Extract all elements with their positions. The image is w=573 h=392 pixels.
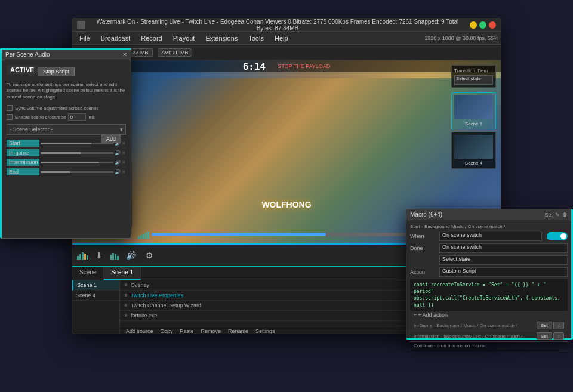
psa-crossfade-checkbox[interactable]: [7, 114, 13, 120]
macro-set-btn-1[interactable]: Set: [537, 332, 552, 340]
psa-sync-row: Sync volume adjustment across scenes: [7, 105, 126, 111]
menu-file[interactable]: File: [75, 33, 95, 43]
b-bar-3: [115, 254, 116, 260]
source-name-2: Twitch Channel Setup Wizard: [131, 303, 201, 308]
code-line-1: const recreateToService = "Set" + "{{ }}…: [414, 282, 564, 295]
psa-scene-slider-3[interactable]: [41, 171, 113, 173]
speaker-icon[interactable]: 🔊: [124, 249, 138, 261]
scene-card-1[interactable]: Scene 1: [451, 92, 496, 129]
psa-scene-name-0: Start: [7, 140, 39, 147]
mute-icon-1[interactable]: ✕: [122, 150, 126, 156]
scene-label-2: Scene 4: [454, 160, 493, 166]
macro-action-field[interactable]: Custom Script: [439, 267, 568, 277]
macro-btn-set-1: Set ↕: [537, 332, 564, 340]
macro-toggle[interactable]: [547, 232, 568, 240]
macro-window: Macro (6+4) Set ✎ 🗑 Start - Background M…: [406, 209, 573, 340]
mute-icon-0[interactable]: ✕: [122, 141, 126, 146]
macro-toggle-btn-0[interactable]: ↕: [553, 322, 564, 329]
menu-broadcast[interactable]: Broadcast: [96, 33, 135, 43]
menu-help[interactable]: Help: [270, 33, 293, 43]
eye-icon-2: 👁: [124, 303, 128, 308]
psa-scene-slider-1[interactable]: [41, 152, 113, 154]
bottom-item-label-0: In-Game - Background Music / On scene ma…: [414, 323, 517, 328]
transition-select[interactable]: Select state: [454, 75, 493, 85]
menu-playout[interactable]: Playout: [168, 33, 200, 43]
psa-scenes-list: Start 🔊 ✕ In-game 🔊 ✕ Intermission: [7, 140, 126, 175]
macro-add-action-button[interactable]: + + Add action: [410, 311, 568, 319]
macro-when-field[interactable]: On scene switch: [439, 232, 542, 241]
macro-event-field[interactable]: On scene switch: [439, 243, 568, 253]
menu-tools[interactable]: Tools: [244, 33, 269, 43]
per-scene-audio-window: Per Scene Audio ✕ ACTIVE Stop Script To …: [0, 48, 131, 239]
macro-when-label: When: [410, 233, 437, 239]
psa-stop-button[interactable]: Stop Script: [38, 67, 75, 76]
macro-action-value: Custom Script: [442, 268, 476, 274]
psa-description: To manage audio settings per scene, sele…: [7, 82, 126, 100]
settings-source-button[interactable]: Settings: [253, 328, 278, 334]
copy-button[interactable]: Copy: [158, 328, 175, 334]
macro-state-select[interactable]: Select state: [439, 255, 568, 265]
psa-ms-unit: ms: [88, 115, 95, 120]
macro-action-row: Action Custom Script: [410, 267, 568, 277]
a-bar-1: [77, 256, 79, 260]
breadcrumb-start: Start - Background Music: [410, 224, 464, 229]
transition-placeholder: Select state: [456, 76, 481, 81]
psa-dropdown-icon: ▾: [120, 126, 123, 132]
audio-vol-bars-2: [110, 251, 119, 260]
mute-icon-3[interactable]: ✕: [122, 169, 126, 175]
b-bar-1: [110, 255, 112, 260]
macro-set-btn-0[interactable]: Set: [537, 322, 552, 329]
paste-button[interactable]: Paste: [178, 328, 196, 334]
mute-icon-2[interactable]: ✕: [122, 160, 126, 165]
psa-active-badge: ACTIVE: [7, 65, 38, 75]
psa-sync-label: Sync volume adjustment across scenes: [15, 106, 99, 111]
psa-close-button[interactable]: ✕: [122, 51, 127, 58]
psa-scene-slider-0[interactable]: [41, 143, 113, 144]
menu-record[interactable]: Record: [136, 33, 167, 43]
menu-extensions[interactable]: Extensions: [201, 33, 242, 43]
psa-scene-selector[interactable]: - Scene Selector - ▾: [7, 124, 126, 135]
psa-scene-name-2: Intermission: [7, 159, 39, 166]
scene-preview-1: [454, 95, 493, 119]
psa-slider-fill-3: [41, 171, 70, 173]
macro-action-edit[interactable]: ✎: [555, 212, 560, 218]
close-button[interactable]: [489, 21, 496, 29]
eye-icon-1: 👁: [124, 293, 128, 298]
avi-display: AVI: 20 MB: [158, 48, 193, 57]
main-title-bar: Watermark On - Streaming Live - Twitch L…: [72, 18, 501, 32]
dem-label-text: Dem: [478, 68, 488, 73]
psa-scene-row-2: Intermission 🔊 ✕: [7, 159, 126, 166]
volume-bars-left: [138, 230, 149, 239]
macro-code-area[interactable]: const recreateToService = "Set" + "{{ }}…: [410, 279, 568, 311]
add-source-button[interactable]: Add source: [124, 328, 156, 334]
app-icon: [77, 21, 85, 29]
psa-ms-input[interactable]: [68, 113, 86, 121]
scene-item-2[interactable]: Scene 4: [72, 291, 119, 301]
psa-scene-selector-row: - Scene Selector - ▾ Add: [7, 124, 126, 135]
psa-scene-name-3: End: [7, 168, 39, 175]
maximize-button[interactable]: [479, 21, 486, 29]
macro-when-row: When On scene switch: [410, 232, 568, 241]
vol-bar-3: [143, 234, 144, 239]
remove-button[interactable]: Remove: [199, 328, 224, 334]
scene-card-2[interactable]: Scene 4: [451, 132, 496, 169]
macro-content: Start - Background Music / On scene matc…: [406, 220, 571, 354]
scene-item-1[interactable]: Scene 1: [72, 280, 119, 291]
macro-action-set[interactable]: Set: [544, 212, 553, 218]
plus-icon: +: [414, 312, 417, 318]
psa-title-bar: Per Scene Audio ✕: [2, 50, 131, 60]
macro-toggle-btn-1[interactable]: ↕: [553, 332, 564, 340]
tab-scene[interactable]: Scene: [72, 267, 104, 280]
rename-button[interactable]: Rename: [226, 328, 251, 334]
transition-label: Transition Dem: [454, 68, 493, 73]
tab-scene-1[interactable]: Scene 1: [104, 267, 141, 280]
minimize-button[interactable]: [470, 21, 477, 29]
macro-event-value: On scene switch: [442, 244, 482, 250]
settings-icon[interactable]: ⚙: [143, 249, 156, 261]
psa-sync-checkbox[interactable]: [7, 105, 13, 111]
psa-slider-fill-0: [41, 143, 91, 144]
bottom-item-label-1: Intermission - backgroundMusic / On scen…: [414, 334, 522, 339]
download-icon[interactable]: ⬇: [93, 249, 105, 261]
psa-scene-slider-2[interactable]: [41, 162, 113, 163]
macro-action-delete[interactable]: 🗑: [562, 212, 568, 218]
